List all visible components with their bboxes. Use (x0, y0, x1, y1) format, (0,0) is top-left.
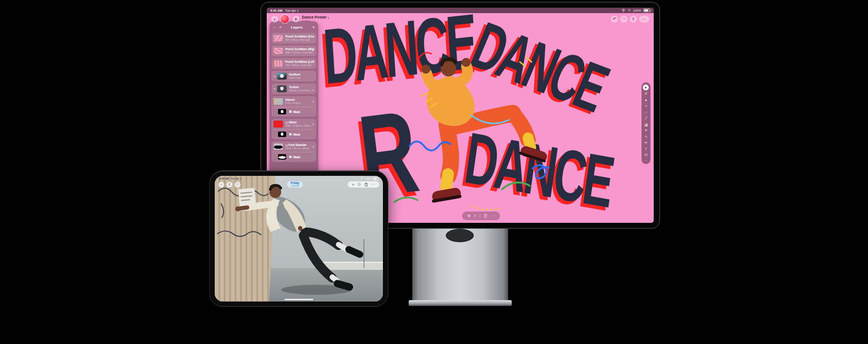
effect-icon: ✦ (274, 75, 276, 78)
layer-meta: 2741 × 4108 px (285, 102, 311, 104)
clock-time: 9:41 AM (270, 9, 283, 12)
layer-thumbnail[interactable] (274, 98, 283, 105)
app-toolbar: ‹ + Dance Poster∨ Edited ↶ ↷ ⇧ ⋯ (267, 13, 654, 25)
ipad: 9:41 AM Tue Apr 1 100% ‹ ⇧ ♡ Friday (209, 170, 388, 307)
mask-label: Mask (293, 110, 301, 113)
display-stand-cable-hole (446, 229, 474, 242)
adjustments-icon[interactable]: ≡ (352, 183, 354, 186)
app-icon[interactable] (281, 15, 289, 23)
trash-icon[interactable] (364, 183, 368, 187)
share-button[interactable]: ⇧ (630, 16, 637, 23)
group-icon: ❏ (285, 144, 288, 146)
display-stand-base (409, 300, 512, 306)
layer-name: Offset (288, 121, 297, 124)
layer-meta: 836 × 409 px, Vivid Light (285, 38, 314, 41)
dancer-photo[interactable] (215, 176, 383, 302)
mask-checkbox-icon[interactable]: ▣ (289, 155, 292, 159)
more-icon[interactable]: ⋯ (372, 183, 375, 186)
more-tools-icon[interactable]: ⋯ (645, 158, 648, 163)
text-tool[interactable]: T (643, 146, 649, 152)
pencil-tool[interactable]: ✏ (643, 140, 649, 146)
wifi-icon (621, 9, 626, 12)
layers-list: Pencil Scribbles (Foot) 836 × 409 px, Vi… (272, 33, 316, 162)
layer-thumbnail[interactable] (277, 73, 287, 80)
layer-thumbnail[interactable] (274, 121, 283, 127)
mask-thumbnail[interactable] (278, 154, 286, 160)
layer-row[interactable]: Pencil Scribbles (Foot) 836 × 409 px, Vi… (272, 33, 316, 43)
chevron-down-icon[interactable]: ∨ (312, 100, 314, 104)
back-button[interactable]: ‹ (271, 16, 278, 23)
info-icon[interactable]: ⓘ (358, 182, 361, 187)
new-document-button[interactable]: + (292, 16, 299, 23)
close-icon[interactable]: ✕ (312, 25, 315, 29)
duplicate-icon[interactable]: ⊞ (467, 214, 471, 218)
layer-name: Dancer (285, 98, 295, 101)
photo-building (323, 263, 383, 270)
undo-button[interactable]: ↶ (611, 16, 618, 23)
mask-row[interactable]: ▣ Mask (274, 152, 314, 160)
rect-shape-tool[interactable]: ▭ (643, 109, 649, 116)
layer-name: Pencil Scribbles (Foot) (285, 35, 314, 38)
heart-icon: ♡ (236, 183, 239, 187)
panel-more-icon[interactable]: ⋯ (273, 25, 276, 29)
redo-button[interactable]: ↷ (620, 16, 627, 23)
home-indicator[interactable] (284, 299, 313, 300)
paint-tool[interactable]: ● (643, 97, 649, 104)
crop-tool[interactable]: ⊡ (643, 152, 649, 158)
share-icon: ⇧ (228, 183, 231, 187)
mask-label: Mask (293, 156, 301, 159)
clock-date: Tue Apr 1 (285, 9, 299, 12)
layer-thumbnail[interactable] (277, 85, 287, 92)
brush-tool[interactable]: ✐ (643, 91, 649, 97)
date-pill[interactable]: Friday 4:23 PM (287, 181, 303, 188)
group-icon: ❏ (285, 121, 288, 124)
mask-checkbox-icon[interactable]: ▣ (289, 132, 292, 136)
more-button[interactable]: ⋯ (639, 16, 649, 23)
layer-thumbnail[interactable] (274, 60, 283, 67)
ipad-battery-percent: 100% (365, 177, 372, 180)
chevron-down-icon[interactable]: ∨ (312, 145, 314, 149)
layer-row[interactable]: Pencil Scribbles (Right) 1864 × 1178 px,… (272, 46, 316, 56)
layer-name: Duotone (289, 73, 301, 76)
effect-icon: ✦ (274, 87, 276, 90)
line-tool[interactable]: ╱ (643, 115, 649, 122)
share-button[interactable]: ⇧ (226, 182, 232, 188)
back-button[interactable]: ‹ (218, 182, 224, 188)
smudge-tool[interactable]: ∿ (643, 134, 649, 140)
layer-row[interactable]: Dancer 2741 × 4108 px ∨ ▣ Mask (272, 96, 316, 117)
document-title-group[interactable]: Dance Poster∨ Edited (302, 15, 330, 22)
panel-title: Layers (282, 25, 312, 29)
mask-row[interactable]: ▣ Mask (274, 107, 314, 115)
mask-checkbox-icon[interactable]: ▣ (289, 110, 292, 113)
move-tool[interactable]: ➤ (643, 85, 649, 90)
photo-time-label: 4:23 PM (291, 185, 299, 187)
toolbar-divider (480, 214, 480, 218)
more-icon[interactable]: ⋯ (491, 214, 495, 218)
layer-thumbnail[interactable] (274, 47, 283, 54)
redo-icon: ↷ (622, 17, 626, 21)
mask-row[interactable]: ▣ Mask (274, 129, 314, 137)
trash-icon[interactable] (484, 214, 487, 218)
ipad-clock-time: 9:41 AM (219, 177, 229, 180)
layer-row[interactable]: ❏Foot Shadow 154.6 × 25.3 px, Effects ∨ … (272, 141, 316, 162)
mask-thumbnail[interactable] (278, 109, 286, 114)
mask-thumbnail[interactable] (278, 132, 286, 137)
adjustments-icon[interactable]: ≡ (474, 214, 476, 218)
star-shape-tool[interactable]: ★ (643, 103, 649, 109)
ipad-screen: 9:41 AM Tue Apr 1 100% ‹ ⇧ ♡ Friday (215, 176, 383, 302)
layer-meta: 4308 × 2738.8 px, Darken (285, 124, 311, 127)
layer-row[interactable]: Pencil Scribbles (Left) 770 × 1695 px, V… (272, 58, 316, 69)
highlight-tool[interactable]: ✦ (643, 127, 649, 134)
chevron-down-icon[interactable]: ∨ (312, 123, 314, 126)
layer-row[interactable]: ❏Offset 4308 × 2738.8 px, Darken ∨ ▣ Mas… (272, 119, 316, 139)
layer-thumbnail[interactable] (274, 143, 283, 150)
photo-wall (215, 176, 275, 302)
layer-row[interactable]: ✦ Duotone False Color (272, 71, 316, 81)
eraser-tool[interactable]: ◪ (643, 122, 649, 128)
layer-row[interactable]: ✦ Texture Sharpen, Line Screen, Post… (272, 84, 316, 94)
layer-meta: False Color (289, 76, 314, 79)
layer-name: Foot Shadow (288, 143, 307, 146)
layer-thumbnail[interactable] (274, 35, 283, 42)
favorite-button[interactable]: ♡ (235, 182, 241, 188)
layer-name: Pencil Scribbles (Right) (285, 47, 314, 51)
